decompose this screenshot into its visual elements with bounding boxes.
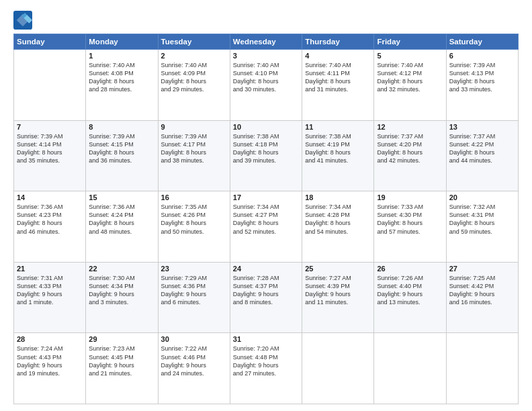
day-info: Sunrise: 7:40 AM Sunset: 4:11 PM Dayligh… — [305, 61, 371, 94]
day-number: 31 — [233, 335, 299, 343]
day-number: 12 — [377, 123, 443, 131]
day-number: 2 — [161, 52, 227, 60]
day-header-sunday: Sunday — [14, 34, 86, 50]
calendar-cell: 22Sunrise: 7:30 AM Sunset: 4:34 PM Dayli… — [86, 262, 158, 333]
day-number: 8 — [89, 123, 154, 131]
calendar-week-row: 28Sunrise: 7:24 AM Sunset: 4:43 PM Dayli… — [14, 333, 519, 404]
day-number: 21 — [17, 265, 83, 273]
calendar-cell: 18Sunrise: 7:34 AM Sunset: 4:28 PM Dayli… — [302, 191, 374, 263]
day-number: 27 — [449, 265, 515, 273]
day-number: 5 — [377, 52, 443, 60]
calendar-cell: 7Sunrise: 7:39 AM Sunset: 4:14 PM Daylig… — [14, 120, 86, 191]
day-info: Sunrise: 7:40 AM Sunset: 4:08 PM Dayligh… — [89, 61, 154, 94]
calendar-week-row: 1Sunrise: 7:40 AM Sunset: 4:08 PM Daylig… — [14, 50, 519, 121]
day-header-wednesday: Wednesday — [230, 34, 302, 50]
day-header-tuesday: Tuesday — [158, 34, 230, 50]
day-number: 20 — [449, 193, 515, 201]
day-header-monday: Monday — [86, 34, 158, 50]
calendar-week-row: 21Sunrise: 7:31 AM Sunset: 4:33 PM Dayli… — [14, 262, 519, 333]
day-number: 9 — [161, 123, 227, 131]
day-info: Sunrise: 7:39 AM Sunset: 4:13 PM Dayligh… — [449, 61, 515, 94]
day-info: Sunrise: 7:20 AM Sunset: 4:48 PM Dayligh… — [233, 345, 299, 377]
day-number: 22 — [89, 265, 154, 273]
day-info: Sunrise: 7:26 AM Sunset: 4:40 PM Dayligh… — [377, 274, 443, 307]
calendar-cell: 8Sunrise: 7:39 AM Sunset: 4:15 PM Daylig… — [86, 120, 158, 191]
day-info: Sunrise: 7:22 AM Sunset: 4:46 PM Dayligh… — [161, 345, 227, 377]
day-number: 1 — [89, 52, 154, 60]
day-info: Sunrise: 7:36 AM Sunset: 4:24 PM Dayligh… — [89, 203, 154, 236]
calendar-cell: 26Sunrise: 7:26 AM Sunset: 4:40 PM Dayli… — [374, 262, 446, 333]
calendar-cell: 20Sunrise: 7:32 AM Sunset: 4:31 PM Dayli… — [446, 191, 518, 263]
day-info: Sunrise: 7:35 AM Sunset: 4:26 PM Dayligh… — [161, 203, 227, 236]
day-header-thursday: Thursday — [302, 34, 374, 50]
day-info: Sunrise: 7:38 AM Sunset: 4:19 PM Dayligh… — [305, 132, 371, 165]
day-number: 16 — [161, 193, 227, 201]
calendar-header-row: SundayMondayTuesdayWednesdayThursdayFrid… — [14, 34, 519, 50]
day-number: 25 — [305, 265, 371, 273]
calendar-cell — [446, 333, 518, 404]
calendar-cell: 24Sunrise: 7:28 AM Sunset: 4:37 PM Dayli… — [230, 262, 302, 333]
day-info: Sunrise: 7:25 AM Sunset: 4:42 PM Dayligh… — [449, 274, 515, 307]
calendar-cell: 9Sunrise: 7:39 AM Sunset: 4:17 PM Daylig… — [158, 120, 230, 191]
day-number: 11 — [305, 123, 371, 131]
calendar-week-row: 7Sunrise: 7:39 AM Sunset: 4:14 PM Daylig… — [14, 120, 519, 191]
calendar-cell: 1Sunrise: 7:40 AM Sunset: 4:08 PM Daylig… — [86, 50, 158, 121]
calendar-cell: 17Sunrise: 7:34 AM Sunset: 4:27 PM Dayli… — [230, 191, 302, 263]
day-number: 17 — [233, 193, 299, 201]
calendar-cell: 31Sunrise: 7:20 AM Sunset: 4:48 PM Dayli… — [230, 333, 302, 404]
header — [13, 11, 519, 30]
day-info: Sunrise: 7:27 AM Sunset: 4:39 PM Dayligh… — [305, 274, 371, 307]
day-header-friday: Friday — [374, 34, 446, 50]
calendar-cell: 12Sunrise: 7:37 AM Sunset: 4:20 PM Dayli… — [374, 120, 446, 191]
day-number: 29 — [89, 335, 154, 343]
day-info: Sunrise: 7:36 AM Sunset: 4:23 PM Dayligh… — [17, 203, 83, 236]
calendar-cell: 2Sunrise: 7:40 AM Sunset: 4:09 PM Daylig… — [158, 50, 230, 121]
day-number: 15 — [89, 193, 154, 201]
logo — [13, 11, 35, 30]
calendar-cell — [374, 333, 446, 404]
calendar-cell: 28Sunrise: 7:24 AM Sunset: 4:43 PM Dayli… — [14, 333, 86, 404]
day-number: 24 — [233, 265, 299, 273]
logo-icon — [13, 11, 32, 30]
day-info: Sunrise: 7:34 AM Sunset: 4:27 PM Dayligh… — [233, 203, 299, 236]
day-info: Sunrise: 7:40 AM Sunset: 4:12 PM Dayligh… — [377, 61, 443, 94]
calendar-cell: 27Sunrise: 7:25 AM Sunset: 4:42 PM Dayli… — [446, 262, 518, 333]
calendar-cell: 4Sunrise: 7:40 AM Sunset: 4:11 PM Daylig… — [302, 50, 374, 121]
day-info: Sunrise: 7:28 AM Sunset: 4:37 PM Dayligh… — [233, 274, 299, 307]
day-number: 14 — [17, 193, 83, 201]
calendar-cell: 6Sunrise: 7:39 AM Sunset: 4:13 PM Daylig… — [446, 50, 518, 121]
calendar-cell: 19Sunrise: 7:33 AM Sunset: 4:30 PM Dayli… — [374, 191, 446, 263]
day-number: 6 — [449, 52, 515, 60]
calendar-cell: 25Sunrise: 7:27 AM Sunset: 4:39 PM Dayli… — [302, 262, 374, 333]
day-info: Sunrise: 7:31 AM Sunset: 4:33 PM Dayligh… — [17, 274, 83, 307]
day-info: Sunrise: 7:30 AM Sunset: 4:34 PM Dayligh… — [89, 274, 154, 307]
calendar-cell: 3Sunrise: 7:40 AM Sunset: 4:10 PM Daylig… — [230, 50, 302, 121]
calendar-cell: 15Sunrise: 7:36 AM Sunset: 4:24 PM Dayli… — [86, 191, 158, 263]
day-number: 7 — [17, 123, 83, 131]
calendar-cell: 14Sunrise: 7:36 AM Sunset: 4:23 PM Dayli… — [14, 191, 86, 263]
day-info: Sunrise: 7:39 AM Sunset: 4:15 PM Dayligh… — [89, 132, 154, 165]
day-header-saturday: Saturday — [446, 34, 518, 50]
day-info: Sunrise: 7:37 AM Sunset: 4:20 PM Dayligh… — [377, 132, 443, 165]
day-info: Sunrise: 7:39 AM Sunset: 4:17 PM Dayligh… — [161, 132, 227, 165]
day-number: 23 — [161, 265, 227, 273]
calendar-cell: 13Sunrise: 7:37 AM Sunset: 4:22 PM Dayli… — [446, 120, 518, 191]
calendar-table: SundayMondayTuesdayWednesdayThursdayFrid… — [13, 34, 519, 404]
day-info: Sunrise: 7:39 AM Sunset: 4:14 PM Dayligh… — [17, 132, 83, 165]
calendar-cell: 16Sunrise: 7:35 AM Sunset: 4:26 PM Dayli… — [158, 191, 230, 263]
calendar-cell: 23Sunrise: 7:29 AM Sunset: 4:36 PM Dayli… — [158, 262, 230, 333]
day-info: Sunrise: 7:37 AM Sunset: 4:22 PM Dayligh… — [449, 132, 515, 165]
day-number: 26 — [377, 265, 443, 273]
day-info: Sunrise: 7:29 AM Sunset: 4:36 PM Dayligh… — [161, 274, 227, 307]
day-number: 28 — [17, 335, 83, 343]
day-info: Sunrise: 7:40 AM Sunset: 4:10 PM Dayligh… — [233, 61, 299, 94]
calendar-cell: 21Sunrise: 7:31 AM Sunset: 4:33 PM Dayli… — [14, 262, 86, 333]
calendar-cell — [302, 333, 374, 404]
day-info: Sunrise: 7:23 AM Sunset: 4:45 PM Dayligh… — [89, 345, 154, 377]
page: SundayMondayTuesdayWednesdayThursdayFrid… — [0, 0, 532, 411]
calendar-cell: 5Sunrise: 7:40 AM Sunset: 4:12 PM Daylig… — [374, 50, 446, 121]
day-info: Sunrise: 7:32 AM Sunset: 4:31 PM Dayligh… — [449, 203, 515, 236]
calendar-cell: 29Sunrise: 7:23 AM Sunset: 4:45 PM Dayli… — [86, 333, 158, 404]
calendar-cell: 30Sunrise: 7:22 AM Sunset: 4:46 PM Dayli… — [158, 333, 230, 404]
day-info: Sunrise: 7:24 AM Sunset: 4:43 PM Dayligh… — [17, 345, 83, 377]
